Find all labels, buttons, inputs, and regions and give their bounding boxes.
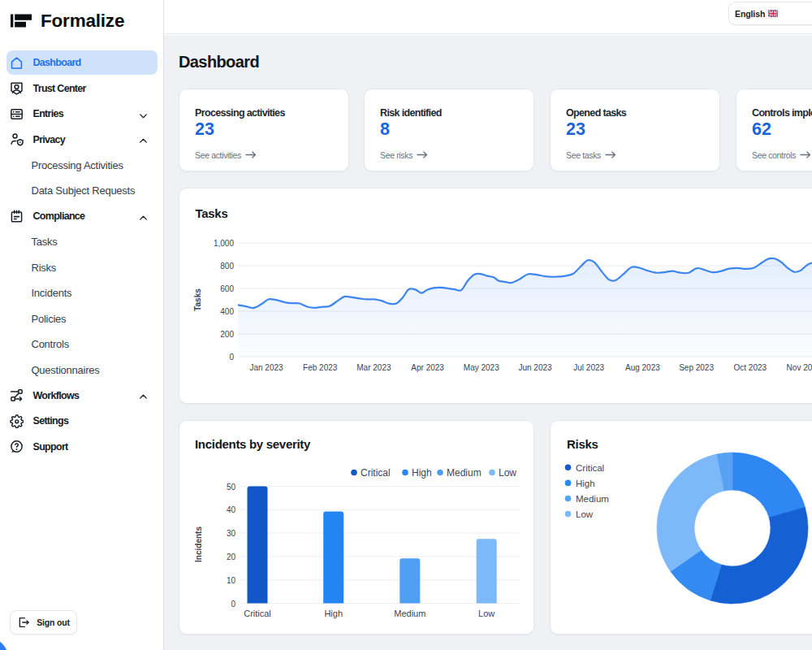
svg-text:20: 20 (227, 552, 236, 561)
svg-text:Medium: Medium (394, 609, 425, 618)
svg-text:Critical: Critical (576, 463, 604, 473)
svg-text:Tasks: Tasks (193, 288, 202, 311)
svg-text:High: High (324, 609, 343, 618)
svg-text:Incidents: Incidents (194, 526, 203, 562)
svg-text:Feb 2023: Feb 2023 (303, 363, 338, 372)
svg-text:10: 10 (227, 576, 236, 585)
svg-text:Mar 2023: Mar 2023 (356, 363, 391, 372)
svg-text:Low: Low (499, 467, 516, 479)
svg-text:Aug 2023: Aug 2023 (625, 363, 660, 372)
svg-text:Sep 2023: Sep 2023 (679, 363, 714, 372)
svg-text:30: 30 (227, 529, 236, 538)
svg-text:High: High (412, 467, 432, 479)
svg-text:Critical: Critical (244, 609, 271, 618)
svg-text:Low: Low (576, 509, 594, 519)
svg-text:Critical: Critical (361, 467, 391, 479)
svg-text:May 2023: May 2023 (464, 363, 499, 372)
svg-text:0: 0 (229, 353, 234, 362)
svg-text:High: High (576, 479, 595, 488)
svg-text:Jul 2023: Jul 2023 (573, 363, 604, 372)
svg-text:40: 40 (227, 505, 236, 514)
svg-text:400: 400 (220, 307, 234, 316)
svg-text:Jan 2023: Jan 2023 (249, 363, 283, 372)
svg-text:Jun 2023: Jun 2023 (518, 363, 552, 372)
svg-text:600: 600 (220, 284, 234, 293)
svg-text:Nov 2023: Nov 2023 (787, 363, 812, 372)
svg-text:0: 0 (231, 600, 235, 609)
svg-text:Apr 2023: Apr 2023 (411, 363, 444, 372)
svg-text:200: 200 (220, 330, 234, 339)
svg-text:50: 50 (227, 483, 236, 492)
svg-text:Low: Low (478, 609, 495, 618)
svg-text:Medium: Medium (576, 494, 609, 504)
svg-text:Medium: Medium (447, 467, 482, 479)
svg-text:Oct 2023: Oct 2023 (734, 363, 767, 372)
svg-text:1,000: 1,000 (214, 239, 234, 248)
svg-text:800: 800 (220, 262, 234, 271)
